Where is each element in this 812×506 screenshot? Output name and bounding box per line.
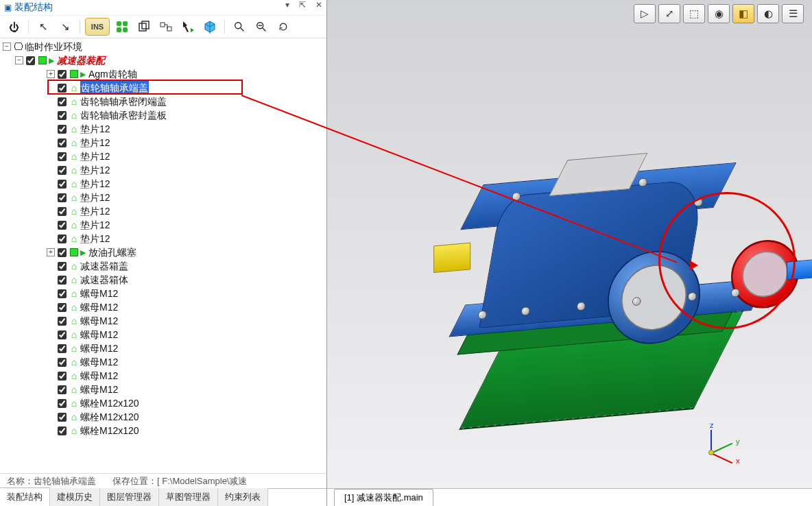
collapse-icon[interactable]: − [3, 43, 11, 51]
cursor-play-icon[interactable] [178, 18, 198, 36]
tree-item[interactable]: ⌂垫片12 [3, 218, 324, 232]
part-icon: ⌂ [69, 330, 79, 339]
tree-item[interactable]: ⌂螺母M12 [3, 314, 324, 328]
panel-icon: ▣ [4, 3, 12, 12]
tree-root[interactable]: − 🖵 临时作业环境 [3, 40, 324, 53]
visibility-checkbox[interactable] [58, 399, 67, 408]
tree-item[interactable]: +▶Agm齿轮轴 [3, 67, 324, 81]
visibility-checkbox[interactable] [58, 344, 67, 353]
cube-blue-icon[interactable] [200, 18, 219, 36]
tree-item[interactable]: ⌂齿轮轴轴承密封盖板 [3, 108, 324, 122]
tree-item[interactable]: ⌂螺母M12 [3, 300, 324, 314]
tab-assembly-structure[interactable]: 装配结构 [0, 487, 50, 506]
play-icon: ▶ [80, 67, 86, 81]
zoom-window-icon[interactable]: ⬚ [683, 4, 705, 23]
visibility-checkbox[interactable] [58, 426, 67, 435]
tree-item[interactable]: ⌂垫片12 [3, 177, 324, 191]
shading-icon[interactable]: ◐ [757, 4, 779, 23]
tree-item[interactable]: ⌂齿轮轴轴承端盖 [3, 81, 324, 95]
tree-item[interactable]: ⌂齿轮轴轴承密闭端盖 [3, 95, 324, 108]
visibility-checkbox[interactable] [58, 152, 67, 161]
visibility-checkbox[interactable] [58, 262, 67, 271]
panel-dropdown-icon[interactable]: ▾ [285, 0, 289, 10]
tree-item[interactable]: ⌂螺母M12 [3, 287, 324, 300]
play-button[interactable]: ▷ [634, 4, 656, 23]
part-icon: ⌂ [69, 124, 79, 134]
visibility-checkbox[interactable] [58, 248, 67, 257]
visibility-checkbox[interactable] [58, 385, 67, 394]
panel-pin-icon[interactable]: ⇱ [299, 0, 306, 10]
visibility-checkbox[interactable] [58, 166, 67, 175]
visibility-checkbox[interactable] [58, 180, 67, 189]
collapse-icon[interactable]: − [15, 56, 23, 64]
tree-body[interactable]: − 🖵 临时作业环境 − ▶ 减速器装配 +▶Agm齿轮轴⌂齿轮轴轴承端盖⌂齿轮… [0, 38, 326, 473]
tree-item[interactable]: ⌂垫片12 [3, 191, 324, 204]
visibility-checkbox[interactable] [58, 207, 67, 216]
tree-item[interactable]: ⌂螺栓M12x120 [3, 396, 324, 410]
tree-item[interactable]: ⌂螺栓M12x120 [3, 410, 324, 424]
visibility-checkbox[interactable] [58, 289, 67, 298]
visibility-checkbox[interactable] [58, 358, 67, 367]
tree-assembly[interactable]: − ▶ 减速器装配 [3, 53, 324, 67]
visibility-checkbox[interactable] [58, 84, 67, 93]
tree-item[interactable]: ⌂减速器箱体 [3, 273, 324, 287]
3d-viewport[interactable]: ▷ ⤢ ⬚ ◉ ◧ ◐ ☰ [327, 0, 812, 488]
arrow-out-icon[interactable]: ↖ [34, 18, 53, 36]
visibility-checkbox[interactable] [58, 193, 67, 202]
arrow-in-icon[interactable]: ↘ [56, 18, 75, 36]
visibility-checkbox[interactable] [58, 234, 67, 243]
expand-icon[interactable]: + [47, 248, 55, 256]
svg-rect-6 [160, 23, 165, 27]
visibility-checkbox[interactable] [58, 111, 67, 120]
zoom-fit-icon[interactable]: ⤢ [658, 4, 680, 23]
play-icon: ▶ [80, 245, 86, 259]
visibility-checkbox[interactable] [58, 221, 67, 230]
tree-item[interactable]: ⌂螺栓M12x120 [3, 424, 324, 437]
tab-sketch-manager[interactable]: 草图管理器 [159, 488, 218, 506]
tree-item[interactable]: ⌂螺母M12 [3, 355, 324, 369]
visibility-checkbox[interactable] [58, 138, 67, 147]
expand-icon[interactable]: + [47, 70, 55, 78]
group-icon[interactable] [156, 18, 176, 36]
visibility-checkbox[interactable] [58, 97, 67, 106]
visibility-checkbox[interactable] [58, 303, 67, 312]
array-icon[interactable] [112, 18, 132, 36]
tab-constraint-list[interactable]: 约束列表 [218, 488, 268, 506]
tree-item[interactable]: ⌂螺母M12 [3, 369, 324, 383]
document-tab[interactable]: [1] 减速器装配.main [334, 489, 433, 506]
tree-item[interactable]: ⌂垫片12 [3, 232, 324, 245]
view-cube-icon[interactable]: ◧ [732, 4, 754, 23]
copy-icon[interactable] [134, 18, 154, 36]
tree-item[interactable]: +▶放油孔螺塞 [3, 245, 324, 259]
tree-item[interactable]: ⌂螺母M12 [3, 328, 324, 341]
insert-button[interactable]: INS [85, 18, 110, 36]
tab-model-history[interactable]: 建模历史 [50, 488, 100, 506]
play-icon: ▶ [49, 53, 54, 67]
tree-item[interactable]: ⌂减速器箱盖 [3, 259, 324, 273]
panel-close-icon[interactable]: ✕ [315, 0, 322, 10]
visibility-checkbox[interactable] [26, 56, 35, 65]
visibility-checkbox[interactable] [58, 413, 67, 422]
tree-item[interactable]: ⌂垫片12 [3, 149, 324, 163]
search-icon[interactable] [230, 18, 249, 36]
tree-item-label: 垫片12 [80, 163, 110, 177]
tree-item[interactable]: ⌂垫片12 [3, 204, 324, 218]
zoom-out-icon[interactable] [252, 18, 271, 36]
tree-item[interactable]: ⌂螺母M12 [3, 341, 324, 355]
tree-item[interactable]: ⌂垫片12 [3, 122, 324, 136]
refresh-icon[interactable] [274, 18, 293, 36]
tree-item[interactable]: ⌂垫片12 [3, 163, 324, 177]
visibility-checkbox[interactable] [58, 330, 67, 339]
gearbox-model[interactable] [429, 105, 774, 444]
power-icon[interactable]: ⏻ [4, 18, 23, 36]
visibility-checkbox[interactable] [58, 276, 67, 285]
wireframe-icon[interactable]: ☰ [782, 4, 804, 23]
visibility-checkbox[interactable] [58, 317, 67, 326]
tab-layer-manager[interactable]: 图层管理器 [100, 488, 159, 506]
visibility-checkbox[interactable] [58, 372, 67, 381]
tree-item[interactable]: ⌂垫片12 [3, 136, 324, 149]
visibility-checkbox[interactable] [58, 125, 67, 134]
visibility-checkbox[interactable] [58, 70, 67, 79]
orbit-icon[interactable]: ◉ [708, 4, 730, 23]
tree-item[interactable]: ⌂螺母M12 [3, 383, 324, 396]
